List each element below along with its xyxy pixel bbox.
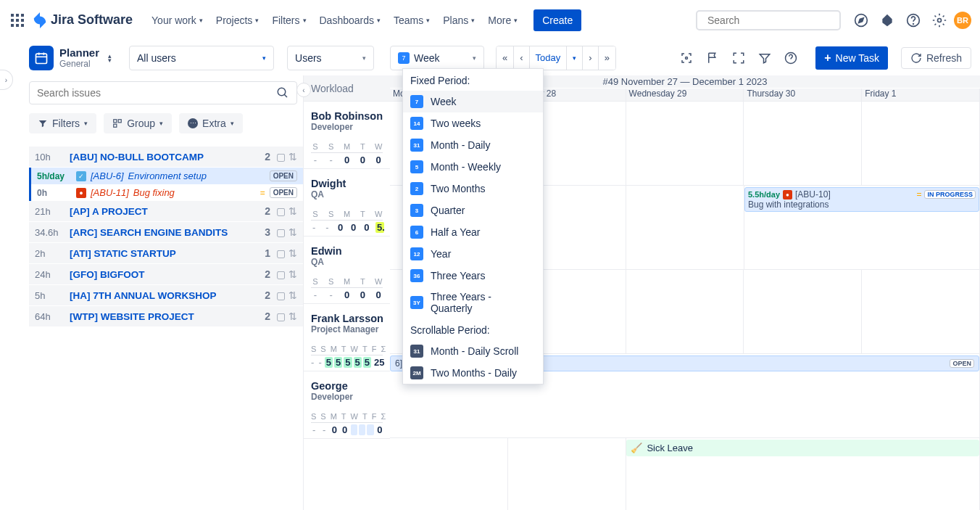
bug-icon: ● <box>76 188 86 198</box>
svg-point-22 <box>278 88 286 96</box>
issue-group[interactable]: 21h[AP] A PROJECT2▢ ⇅ <box>29 201 303 222</box>
fullscreen-icon[interactable] <box>727 46 750 70</box>
settings-icon[interactable] <box>928 9 951 32</box>
svg-rect-4 <box>16 19 19 22</box>
period-option-month-scroll[interactable]: 31Month - Daily Scroll <box>403 340 543 362</box>
filter-allusers-dropdown[interactable]: All users▾ <box>129 46 274 70</box>
nav-plans[interactable]: Plans▾ <box>437 9 481 32</box>
eraser-icon: 🧹 <box>631 443 642 453</box>
nav-your-work[interactable]: Your work▾ <box>146 9 209 32</box>
planner-subtitle: General <box>59 59 99 69</box>
nav-today-button[interactable]: Today <box>530 46 568 70</box>
nav-dashboards[interactable]: Dashboards▾ <box>314 9 387 32</box>
planner-switcher-icon[interactable]: ▴▾ <box>108 52 112 64</box>
period-option-week[interactable]: 7Week <box>403 91 543 112</box>
flag-icon[interactable] <box>701 46 724 70</box>
scrollable-period-label: Scrollable Period: <box>403 318 543 340</box>
svg-point-14 <box>913 23 914 24</box>
nav-more[interactable]: More▾ <box>482 9 523 32</box>
svg-rect-6 <box>11 24 14 27</box>
task-type-icon: ✓ <box>76 171 86 181</box>
new-task-button[interactable]: +New Task <box>815 46 888 70</box>
period-option-quarter[interactable]: 3Quarter <box>403 200 543 221</box>
person-block: Dwight QA SSMTW --0005. <box>304 169 390 237</box>
period-option-two-weeks[interactable]: 14Two weeks <box>403 112 543 134</box>
workload-column: ‹ Workload Bob Robinson Developer SSMTW … <box>303 75 390 510</box>
nav-last-button[interactable]: » <box>599 46 615 70</box>
period-option-month-daily[interactable]: 31Month - Daily <box>403 134 543 156</box>
svg-rect-25 <box>118 120 121 123</box>
svg-point-20 <box>686 57 688 59</box>
timeline-row: 🧹 Sick Leave <box>390 438 980 510</box>
create-button[interactable]: Create <box>533 9 581 31</box>
explore-icon[interactable] <box>850 9 873 32</box>
fixed-period-label: Fixed Period: <box>403 69 543 91</box>
svg-rect-0 <box>11 14 14 17</box>
notifications-icon[interactable] <box>876 9 899 32</box>
issue-item[interactable]: 0h ● [ABU-11] Bug fixing = OPEN <box>29 184 303 201</box>
person-block: Frank Larsson Project Manager SSMTWTFΣ -… <box>304 304 390 371</box>
issue-search-input[interactable] <box>37 87 276 99</box>
extra-button[interactable]: ⋯Extra▾ <box>179 113 243 133</box>
issue-group[interactable]: 10h [ABU] NO-BULL BOOTCAMP 2 ▢ ⇅ <box>29 147 303 168</box>
nav-filters[interactable]: Filters▾ <box>266 9 312 32</box>
issue-item[interactable]: 5h/day ✓ [ABU-6] Environment setup OPEN <box>29 168 303 184</box>
search-input[interactable] <box>707 15 834 26</box>
svg-marker-12 <box>859 17 864 22</box>
nav-links: Your work▾ Projects▾ Filters▾ Dashboards… <box>146 9 523 32</box>
focus-icon[interactable] <box>675 46 698 70</box>
filter-icon[interactable] <box>753 46 776 70</box>
issue-group[interactable]: 5h[HA] 7TH ANNUAL WORKSHOP2▢ ⇅ <box>29 285 303 306</box>
nav-first-button[interactable]: « <box>497 46 514 70</box>
issue-group[interactable]: 34.6h[ARC] SEARCH ENGINE BANDITS3▢ ⇅ <box>29 222 303 243</box>
svg-rect-1 <box>16 14 19 17</box>
period-option-half-year[interactable]: 6Half a Year <box>403 221 543 243</box>
status-badge: OPEN <box>270 187 297 198</box>
group-actions[interactable]: ▢ ⇅ <box>276 151 297 163</box>
task-bar[interactable]: 5.5h/day ● [ABU-10] = IN PROGRESS Bug wi… <box>744 187 979 212</box>
refresh-button[interactable]: Refresh <box>901 47 971 69</box>
nav-next-button[interactable]: › <box>583 46 598 70</box>
nav-today-dropdown[interactable]: ▾ <box>567 46 583 70</box>
priority-icon: = <box>260 188 265 198</box>
svg-rect-8 <box>21 24 24 27</box>
svg-rect-3 <box>11 19 14 22</box>
leave-bar[interactable]: 🧹 Sick Leave <box>626 440 979 456</box>
person-block: Edwin QA SSMTW --000 <box>304 237 390 304</box>
period-option-year[interactable]: 12Year <box>403 243 543 265</box>
global-search[interactable] <box>696 10 841 30</box>
planner-title: Planner <box>59 46 99 59</box>
filters-button[interactable]: Filters▾ <box>29 113 96 133</box>
help-icon[interactable] <box>902 9 925 32</box>
apps-switcher-icon[interactable] <box>9 12 26 29</box>
period-option-three-years[interactable]: 36Three Years <box>403 265 543 287</box>
period-option-two-months[interactable]: 2Two Months <box>403 178 543 200</box>
svg-rect-2 <box>21 14 24 17</box>
group-button[interactable]: Group▾ <box>104 113 172 133</box>
period-dropdown[interactable]: 7 Week▾ <box>390 46 484 70</box>
priority-icon: = <box>916 189 921 200</box>
svg-rect-24 <box>114 120 117 123</box>
issue-group[interactable]: 64h[WTP] WEBSITE PROJECT2▢ ⇅ <box>29 306 303 327</box>
nav-prev-button[interactable]: ‹ <box>514 46 529 70</box>
person-block: Bob Robinson Developer SSMTW --000 <box>304 102 390 169</box>
issues-sidebar: Filters▾ Group▾ ⋯Extra▾ 10h [ABU] NO-BUL… <box>0 75 303 510</box>
issue-group[interactable]: 2h[ATI] STATIC STARTUP1▢ ⇅ <box>29 243 303 264</box>
planner-icon <box>29 46 54 70</box>
help-toolbar-icon[interactable] <box>779 46 802 70</box>
bug-icon: ● <box>783 190 792 200</box>
nav-projects[interactable]: Projects▾ <box>210 9 265 32</box>
period-option-two-months-daily[interactable]: 2MTwo Months - Daily <box>403 362 543 384</box>
product-logo[interactable]: Jira Software <box>32 12 133 28</box>
status-badge: OPEN <box>950 359 974 368</box>
svg-rect-26 <box>114 124 117 127</box>
issue-search[interactable] <box>29 81 297 104</box>
filter-users-dropdown[interactable]: Users▾ <box>287 46 374 70</box>
collapse-icon[interactable]: ‹ <box>296 83 311 97</box>
nav-teams[interactable]: Teams▾ <box>388 9 436 32</box>
issue-list: 10h [ABU] NO-BULL BOOTCAMP 2 ▢ ⇅ 5h/day … <box>29 147 303 327</box>
issue-group[interactable]: 24h[GFO] BIGFOOT2▢ ⇅ <box>29 264 303 285</box>
period-option-month-weekly[interactable]: 5Month - Weekly <box>403 156 543 178</box>
period-option-three-years-q[interactable]: 3YThree Years - Quarterly <box>403 287 543 318</box>
user-avatar[interactable]: BR <box>954 12 971 29</box>
